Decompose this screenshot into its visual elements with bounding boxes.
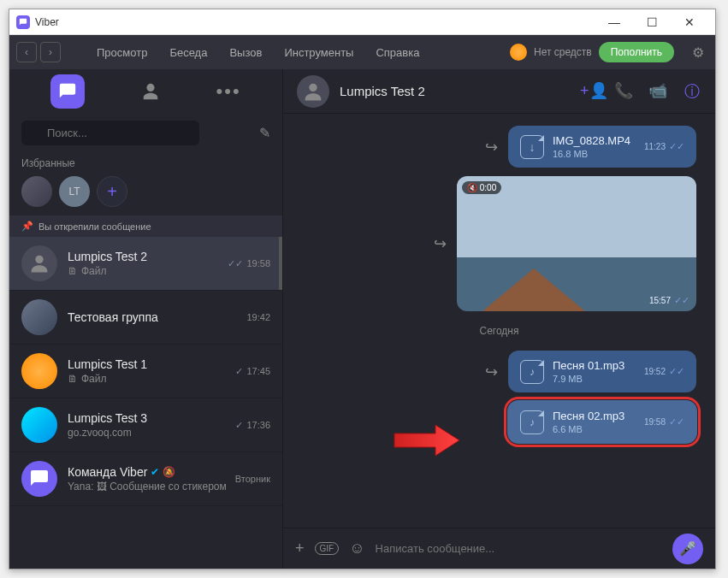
- favorite-item[interactable]: LT: [59, 176, 90, 207]
- chat-name: Тестовая группа: [68, 310, 246, 324]
- favorite-item[interactable]: [21, 176, 52, 207]
- avatar: [21, 353, 57, 389]
- sidebar: ••• ✎ Избранные LT + 📌 Вы открепили сооб…: [9, 69, 283, 569]
- contacts-tab-icon[interactable]: [133, 74, 168, 109]
- message-audio-2-highlighted[interactable]: Песня 02.mp3 6.6 MB 19:58✓✓: [508, 401, 696, 443]
- audio-file-icon: [520, 360, 544, 384]
- menu-chat[interactable]: Беседа: [159, 43, 217, 62]
- chat-name: Lumpics Test 2: [68, 250, 228, 263]
- chat-name: Lumpics Test 3: [68, 411, 235, 425]
- message-audio-1[interactable]: Песня 01.mp3 7.9 MB 19:52✓✓: [508, 351, 696, 392]
- read-ticks-icon: ✓✓: [669, 141, 684, 152]
- message-file-mp4[interactable]: IMG_0828.MP4 16.8 MB 11:23✓✓: [508, 126, 696, 168]
- topup-button[interactable]: Пополнить: [599, 42, 674, 62]
- pinned-banner: 📌 Вы открепили сообщение: [9, 215, 282, 237]
- message-input[interactable]: [376, 542, 662, 555]
- chat-name: Lumpics Test 1: [68, 357, 235, 371]
- chat-item-lumpics-test-2[interactable]: Lumpics Test 2 🗎Файл ✓✓19:58: [9, 237, 282, 291]
- messages-area[interactable]: ↪ IMG_0828.MP4 16.8 MB 11:23✓✓ ↪ �: [283, 114, 715, 528]
- menu-call[interactable]: Вызов: [219, 43, 272, 62]
- menu-help[interactable]: Справка: [365, 43, 429, 62]
- chats-tab-icon[interactable]: [50, 74, 85, 109]
- favorites-label: Избранные: [9, 152, 282, 173]
- viber-logo-icon: [16, 15, 30, 29]
- chat-pane: Lumpics Test 2 +👤 📞 📹 ⓘ ↪ IMG_0828.MP4 1: [283, 69, 715, 569]
- favorites-row: LT +: [9, 173, 282, 215]
- add-contact-icon[interactable]: +👤: [580, 81, 599, 102]
- avatar: [21, 299, 57, 335]
- pin-icon: 📌: [21, 221, 33, 232]
- svg-point-1: [309, 83, 317, 91]
- chat-item-lumpics-test-1[interactable]: Lumpics Test 1 🗎Файл ✓17:45: [9, 345, 282, 398]
- avatar: [297, 75, 329, 108]
- avatar: [21, 407, 57, 443]
- chat-item-lumpics-test-3[interactable]: Lumpics Test 3 go.zvooq.com ✓17:36: [9, 398, 282, 452]
- add-favorite-button[interactable]: +: [97, 176, 127, 207]
- chat-list: Lumpics Test 2 🗎Файл ✓✓19:58 Тестовая гр…: [9, 237, 282, 569]
- chat-title: Lumpics Test 2: [340, 84, 425, 98]
- balance-icon: [510, 44, 527, 61]
- app-window: Viber — ☐ ✕ ‹ › Просмотр Беседа Вызов Ин…: [9, 9, 716, 569]
- read-ticks-icon: ✓✓: [674, 295, 690, 306]
- read-ticks-icon: ✓✓: [669, 366, 684, 377]
- svg-point-0: [35, 256, 43, 263]
- audio-file-icon: [520, 410, 544, 434]
- menu-tools[interactable]: Инструменты: [274, 43, 364, 62]
- more-tab-icon[interactable]: •••: [216, 80, 241, 103]
- read-ticks-icon: ✓✓: [669, 416, 684, 428]
- voice-call-icon[interactable]: 📞: [614, 81, 633, 102]
- forward-icon[interactable]: ↪: [434, 234, 447, 253]
- video-mute-badge: 🔇 0:00: [462, 181, 501, 194]
- menu-view[interactable]: Просмотр: [86, 43, 157, 62]
- file-icon: 🗎: [68, 265, 78, 277]
- compose-button[interactable]: ✎: [259, 125, 270, 141]
- muted-icon: 🔕: [163, 466, 175, 478]
- composer: + GIF ☺ 🎤: [283, 528, 715, 569]
- sticker-icon[interactable]: ☺: [349, 540, 364, 557]
- chat-header: Lumpics Test 2 +👤 📞 📹 ⓘ: [283, 69, 715, 114]
- gif-button[interactable]: GIF: [315, 542, 340, 555]
- date-separator: Сегодня: [302, 325, 696, 337]
- file-icon: 🗎: [68, 373, 78, 385]
- menubar: ‹ › Просмотр Беседа Вызов Инструменты Сп…: [9, 35, 715, 69]
- maximize-button[interactable]: ☐: [633, 9, 671, 35]
- menu-items: Просмотр Беседа Вызов Инструменты Справк…: [86, 43, 429, 62]
- chat-item-viber-team[interactable]: Команда Viber ✔ 🔕 Yana: 🖼 Сообщение со с…: [9, 452, 282, 506]
- forward-icon[interactable]: ↪: [485, 138, 498, 156]
- sidebar-tabs: •••: [9, 69, 282, 114]
- avatar: [21, 245, 57, 281]
- titlebar: Viber — ☐ ✕: [9, 9, 715, 35]
- info-icon[interactable]: ⓘ: [683, 81, 701, 102]
- message-video[interactable]: 🔇 0:00 15:57✓✓: [457, 176, 696, 311]
- search-input[interactable]: [21, 121, 199, 145]
- nav-back-button[interactable]: ‹: [16, 42, 37, 62]
- attach-icon[interactable]: +: [295, 540, 305, 557]
- avatar: [21, 461, 57, 497]
- video-call-icon[interactable]: 📹: [648, 81, 667, 102]
- forward-icon[interactable]: ↪: [485, 363, 498, 381]
- verified-icon: ✔: [151, 466, 159, 478]
- download-icon[interactable]: [520, 135, 544, 159]
- close-button[interactable]: ✕: [671, 9, 708, 35]
- minimize-button[interactable]: —: [595, 9, 633, 35]
- chat-item-test-group[interactable]: Тестовая группа 19:42: [9, 291, 282, 345]
- settings-icon[interactable]: ⚙: [688, 44, 708, 61]
- nav-forward-button[interactable]: ›: [40, 42, 61, 62]
- window-title: Viber: [35, 16, 59, 28]
- voice-message-button[interactable]: 🎤: [672, 534, 703, 564]
- balance-text: Нет средств: [534, 46, 592, 58]
- callout-arrow-icon: [393, 423, 461, 461]
- window-controls: — ☐ ✕: [595, 9, 708, 35]
